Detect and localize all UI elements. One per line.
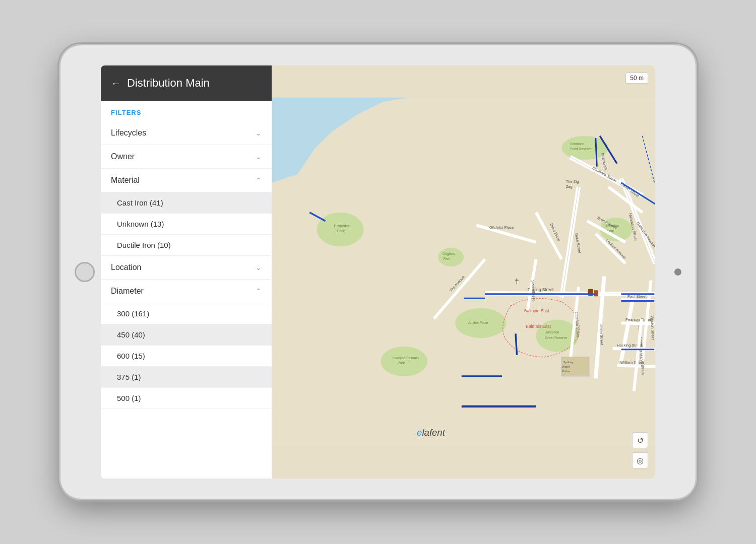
map-svg: Propeller Park Origlass Park Johnston St… [272, 65, 655, 479]
svg-text:Police: Police [562, 370, 571, 373]
filter-diameter-500-label: 500 (1) [117, 394, 141, 402]
svg-text:Johnston: Johnston [545, 330, 559, 334]
svg-text:Balmain East: Balmain East [526, 324, 551, 329]
chevron-down-icon: ⌄ [256, 129, 262, 137]
map-area[interactable]: Propeller Park Origlass Park Johnston St… [272, 65, 655, 479]
filter-diameter-450[interactable]: 450 (40) [101, 324, 272, 346]
filter-material-ductile-iron[interactable]: Ductile Iron (10) [101, 235, 272, 256]
map-scale: 50 m [625, 73, 648, 84]
filter-material-label: Material [111, 176, 140, 185]
filter-diameter-450-label: 450 (40) [117, 330, 145, 339]
filter-location-label: Location [111, 263, 142, 272]
filter-location[interactable]: Location ⌄ [101, 256, 272, 280]
svg-text:Gilchrist Place: Gilchrist Place [489, 225, 514, 230]
svg-line-39 [621, 323, 655, 324]
filters-heading: FILTERS [101, 101, 272, 121]
svg-text:Street Reserve: Street Reserve [544, 336, 567, 339]
svg-text:Park: Park [443, 257, 451, 260]
screen: ← Distribution Main FILTERS Lifecycles ⌄… [101, 65, 655, 479]
filter-diameter-label: Diameter [111, 287, 144, 296]
tablet-frame: ← Distribution Main FILTERS Lifecycles ⌄… [60, 45, 696, 499]
tablet-home-button[interactable] [75, 262, 95, 282]
filter-diameter-600-label: 600 (15) [117, 352, 145, 360]
back-button[interactable]: ← [111, 78, 121, 89]
filter-diameter-300[interactable]: 300 (161) [101, 303, 272, 324]
sidebar-content: FILTERS Lifecycles ⌄ Owner ⌄ Material ⌃ [101, 101, 272, 479]
svg-text:elafent: elafent [417, 427, 446, 438]
locate-icon: ◎ [637, 456, 644, 465]
filter-material[interactable]: Material ⌃ [101, 169, 272, 192]
filter-material-cast-iron[interactable]: Cast Iron (41) [101, 192, 272, 214]
filter-owner-label: Owner [111, 152, 135, 161]
svg-rect-76 [594, 290, 598, 296]
filter-diameter-375-label: 375 (1) [117, 373, 141, 381]
svg-point-5 [438, 248, 464, 266]
chevron-down-icon: ⌄ [256, 153, 262, 161]
svg-text:Origlass: Origlass [443, 252, 455, 256]
filter-material-unknown-label: Unknown (13) [117, 220, 164, 228]
svg-text:Simmons: Simmons [570, 142, 585, 146]
svg-text:Sydney: Sydney [563, 361, 574, 364]
svg-text:Park: Park [398, 361, 405, 365]
filter-material-cast-iron-label: Cast Iron (41) [117, 198, 163, 207]
rotate-icon: ↺ [637, 436, 644, 445]
filter-diameter-600[interactable]: 600 (15) [101, 346, 272, 367]
svg-text:Park: Park [337, 229, 345, 233]
svg-text:Weston Street: Weston Street [650, 316, 655, 341]
sidebar-header: ← Distribution Main [101, 65, 272, 101]
svg-text:†: † [515, 277, 519, 286]
chevron-up-icon: ⌃ [256, 176, 262, 184]
filter-diameter-500[interactable]: 500 (1) [101, 388, 272, 409]
svg-text:The Zig: The Zig [566, 179, 579, 184]
map-locate-button[interactable]: ◎ [632, 452, 648, 468]
chevron-down-icon: ⌄ [256, 263, 262, 271]
sidebar: ← Distribution Main FILTERS Lifecycles ⌄… [101, 65, 272, 479]
svg-text:Propeller: Propeller [334, 224, 349, 228]
map-rotate-button[interactable]: ↺ [632, 432, 648, 448]
filter-lifecycles[interactable]: Lifecycles ⌄ [101, 121, 272, 145]
filter-material-unknown[interactable]: Unknown (13) [101, 214, 272, 235]
filter-owner[interactable]: Owner ⌄ [101, 145, 272, 169]
filter-diameter-300-label: 300 (161) [117, 309, 149, 318]
svg-text:Zag: Zag [566, 184, 573, 189]
tablet-power-button[interactable] [674, 268, 681, 276]
svg-text:Water: Water [562, 365, 570, 368]
filter-diameter-375[interactable]: 375 (1) [101, 367, 272, 388]
filter-diameter[interactable]: Diameter ⌃ [101, 280, 272, 303]
svg-text:Union Street: Union Street [599, 324, 604, 346]
svg-text:Ewenton/Balmain: Ewenton/Balmain [392, 356, 419, 360]
sidebar-title: Distribution Main [127, 77, 210, 90]
svg-text:Point Reserve: Point Reserve [570, 147, 592, 151]
filter-lifecycles-label: Lifecycles [111, 128, 146, 138]
svg-text:Jubilee Place: Jubilee Place [468, 321, 488, 324]
filter-material-ductile-iron-label: Ductile Iron (10) [117, 241, 171, 249]
chevron-up-icon: ⌃ [256, 287, 262, 295]
